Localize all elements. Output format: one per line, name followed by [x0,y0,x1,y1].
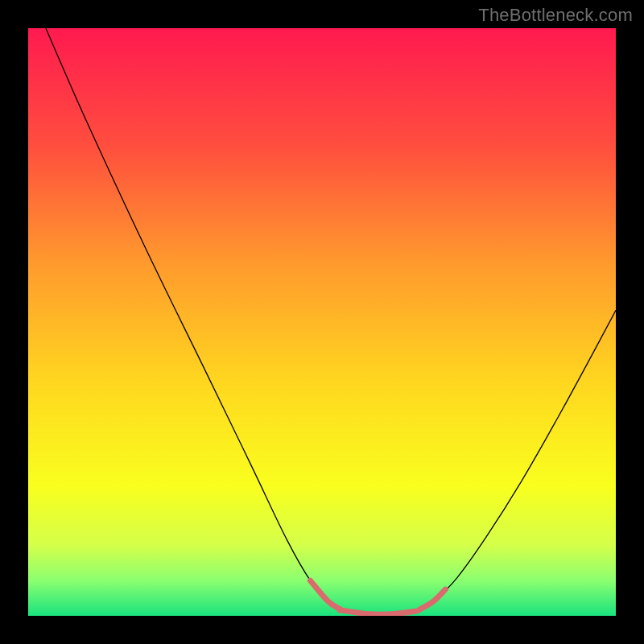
chart-svg [28,28,616,616]
gradient-background [28,28,616,616]
chart-container: TheBottleneck.com [0,0,644,644]
watermark-text: TheBottleneck.com [478,5,633,26]
plot-area [28,28,616,616]
